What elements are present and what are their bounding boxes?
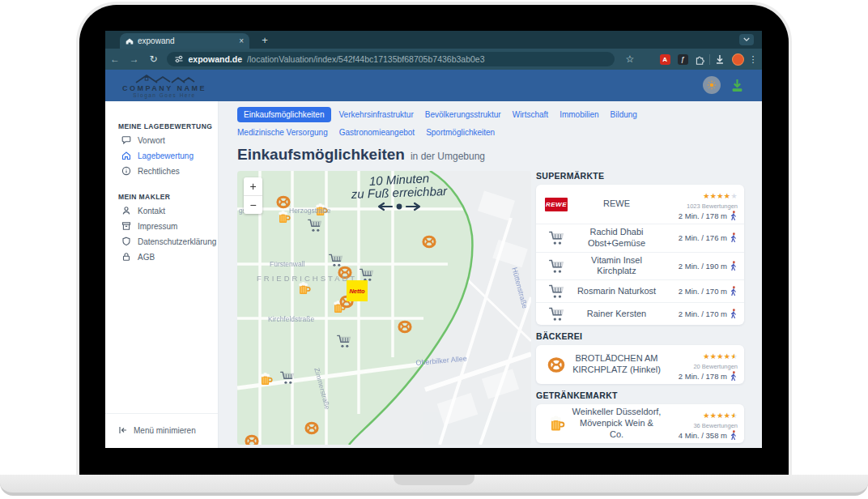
shield-icon — [121, 237, 131, 246]
store-row-rainer-kersten[interactable]: Rainer Kersten 2 Min. / 170 m — [536, 303, 744, 325]
company-slogan: Slogan Goes Here — [133, 92, 195, 98]
pdf-extension-icon[interactable]: A — [660, 54, 670, 65]
section-supermaerkte: SUPERMÄRKTE — [536, 171, 744, 181]
section-getraenkemarkt: GETRÄNKEMARKT — [536, 390, 744, 400]
store-name: Vitamin Insel Kirchplatz — [570, 255, 663, 278]
tab-einkaufsmoeglichkeiten[interactable]: Einkaufsmöglichkeiten — [237, 107, 331, 122]
profile-avatar[interactable] — [732, 53, 744, 66]
bookmark-star-icon[interactable]: ☆ — [621, 53, 639, 65]
listings-panel: SUPERMÄRKTE REWE REWE ★★★★★★★★★★ 1023 Be… — [536, 171, 744, 448]
store-name: Rosmarin Naturkost — [570, 286, 663, 297]
site-info-icon[interactable] — [174, 54, 184, 64]
sidebar-item-impressum[interactable]: Impressum — [121, 221, 218, 231]
tab-close-icon[interactable]: × — [239, 36, 244, 45]
collapse-menu-label: Menü minimieren — [134, 426, 196, 435]
store-row-rewe[interactable]: REWE REWE ★★★★★★★★★★ 1023 Bewertungen 2 … — [536, 185, 744, 224]
distance: 2 Min. / 178 m — [663, 371, 738, 382]
store-row-brotlaedchen[interactable]: BROTLÄDCHEN AM KIRCHPLATZ (Hinkel) ★★★★★… — [536, 345, 744, 384]
store-row-rachid-dhabi[interactable]: Rachid Dhabi Obst+Gemüse 2 Min. / 176 m — [536, 224, 744, 253]
netto-store-logo[interactable]: Netto — [347, 280, 368, 301]
tab-search-button[interactable] — [739, 34, 754, 45]
map[interactable]: gstraßeHerzogstraßeFürstenwallFRIEDRICHS… — [237, 171, 531, 445]
tab-bevoelkerungsstruktur[interactable]: Bevölkerungsstruktur — [425, 109, 501, 121]
extensions-puzzle-icon[interactable] — [695, 54, 705, 65]
tab-bildung[interactable]: Bildung — [611, 109, 637, 121]
street-label: Hüttenstraße — [510, 267, 529, 309]
store-name: Rainer Kersten — [570, 309, 663, 320]
tab-sportmoeglichkeiten[interactable]: Sportmöglichkeiten — [426, 126, 495, 139]
sidebar-section-mein-makler: MEIN MAKLER — [118, 193, 218, 201]
company-name: COMPANY NAME — [122, 84, 206, 92]
walking-icon — [730, 309, 738, 319]
store-name: Rachid Dhabi Obst+Gemüse — [570, 227, 663, 250]
walking-icon — [730, 232, 738, 243]
store-name: Weinkeller Düsseldorf, Mövenpick Wein & … — [570, 407, 663, 440]
store-name: REWE — [570, 198, 663, 210]
review-count: 20 Bewertungen — [663, 363, 738, 370]
rating-stars: ★★★★★★★★★★ — [703, 193, 738, 200]
sidebar-item-label: Datenschutzerklärung — [138, 237, 216, 246]
page-title-sub: in der Umgebung — [411, 151, 485, 162]
store-row-vitamin-insel[interactable]: Vitamin Insel Kirchplatz 2 Min. / 190 m — [536, 253, 744, 281]
info-icon — [121, 166, 131, 176]
toolbar-divider — [709, 54, 710, 65]
url-domain: expowand.de — [189, 54, 243, 64]
browser-window: expowand × + ← → ↻ expowand.de /location… — [105, 31, 762, 448]
address-bar[interactable]: expowand.de /locationValuation/index/542… — [167, 52, 615, 66]
store-row-rosmarin[interactable]: Rosmarin Naturkost 2 Min. / 170 m — [536, 280, 744, 303]
tab-gastronomieangebot[interactable]: Gastronomieangebot — [339, 126, 415, 139]
archive-icon — [121, 221, 131, 231]
beer-icon — [547, 414, 566, 433]
menu-kebab-icon[interactable]: ⋮ — [744, 54, 762, 65]
main-area: Einkaufsmöglichkeiten Verkehrsinfrastruk… — [219, 101, 762, 448]
export-download-icon[interactable] — [730, 79, 744, 92]
zoom-in-button[interactable]: + — [244, 177, 262, 196]
street-label: Herzogstraße — [289, 207, 331, 215]
sidebar-item-agb[interactable]: AGB — [121, 252, 218, 262]
sidebar-item-lagebewertung[interactable]: Lagebewertung — [121, 151, 218, 160]
rewe-logo: REWE — [545, 198, 568, 211]
sidebar-item-vorwort[interactable]: Vorwort — [121, 135, 218, 145]
company-logo: COMPANY NAME Slogan Goes Here — [105, 73, 223, 98]
rating-stars: ★★★★★★★★★★ — [703, 412, 738, 420]
street-label: Oberbilker Allee — [415, 354, 467, 367]
radius-arrows-icon — [377, 201, 421, 212]
sidebar-item-rechtliches[interactable]: Rechtliches — [121, 166, 218, 176]
cart-icon — [548, 305, 565, 322]
section-baeckerei: BÄCKEREI — [536, 331, 744, 341]
home-icon — [126, 37, 134, 45]
walking-icon — [730, 371, 738, 382]
street-label: FRIEDRICHSTADT — [257, 274, 357, 283]
fx-extension-icon[interactable]: ƒ — [678, 54, 688, 65]
download-icon[interactable] — [714, 53, 725, 65]
tab-verkehrsinfrastruktur[interactable]: Verkehrsinfrastruktur — [339, 109, 414, 121]
url-path: /locationValuation/index/542f44bc17135bf… — [247, 54, 484, 64]
collapse-menu-button[interactable]: Menü minimieren — [105, 413, 218, 448]
zoom-out-button[interactable]: − — [244, 196, 262, 214]
page-title: Einkaufsmöglichkeiten in der Umgebung — [237, 146, 762, 164]
sidebar-item-label: Lagebewertung — [138, 151, 194, 160]
map-zoom-control: + − — [244, 177, 262, 214]
sidebar-item-kontakt[interactable]: Kontakt — [121, 206, 218, 215]
review-count: 36 Bewertungen — [663, 422, 738, 429]
laptop-hinge-notch — [394, 475, 474, 485]
chevron-down-icon — [743, 37, 750, 42]
sidebar-item-datenschutzerklaerung[interactable]: Datenschutzerklärung — [121, 237, 218, 246]
sidebar-section-meine-lagebewertung: MEINE LAGEBEWERTUNG — [118, 122, 218, 130]
forward-button[interactable]: → — [125, 53, 144, 65]
back-button[interactable]: ← — [105, 53, 125, 65]
theme-toggle-button[interactable] — [703, 76, 721, 94]
new-tab-button[interactable]: + — [257, 33, 272, 48]
tab-title: expowand — [138, 36, 235, 45]
cart-icon — [548, 283, 565, 300]
category-tabs-row1: Einkaufsmöglichkeiten Verkehrsinfrastruk… — [237, 107, 691, 139]
speech-bubble-icon — [121, 135, 131, 145]
reload-button[interactable]: ↻ — [144, 53, 164, 65]
tab-medizinische-versorgung[interactable]: Medizinische Versorgung — [237, 126, 328, 139]
rooftops-icon — [133, 73, 196, 83]
browser-tab[interactable]: expowand × — [120, 33, 249, 49]
tab-immobilien[interactable]: Immobilien — [560, 109, 598, 121]
page-content: MEINE LAGEBEWERTUNG Vorwort Lagebewertun… — [105, 101, 762, 448]
store-row-weinkeller[interactable]: Weinkeller Düsseldorf, Mövenpick Wein & … — [536, 404, 744, 443]
tab-wirtschaft[interactable]: Wirtschaft — [513, 109, 548, 121]
